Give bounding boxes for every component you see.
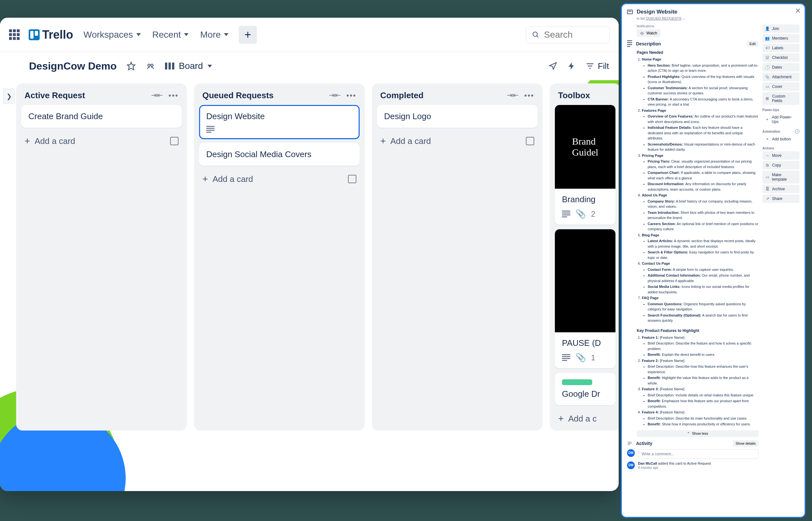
share-icon: ↗ bbox=[765, 197, 769, 201]
description-badge-icon bbox=[562, 354, 570, 361]
card[interactable]: Design Social Media Covers bbox=[199, 143, 359, 166]
archive-icon: 🗄 bbox=[765, 187, 769, 191]
card[interactable]: PAUSE (D 📎1 bbox=[555, 229, 615, 368]
create-button[interactable]: + bbox=[239, 26, 257, 44]
logo[interactable]: Trello bbox=[29, 28, 73, 42]
join-button[interactable]: 👤Join bbox=[762, 24, 799, 33]
watch-button[interactable]: Watch bbox=[637, 29, 661, 37]
nav-workspaces[interactable]: Workspaces bbox=[82, 27, 142, 43]
avatar[interactable]: DM bbox=[627, 449, 635, 457]
label-green bbox=[562, 379, 592, 385]
collapse-icon[interactable]: ⇥⇤ bbox=[151, 91, 163, 100]
list-title[interactable]: Active Request bbox=[24, 90, 85, 100]
move-button[interactable]: →Move bbox=[762, 151, 799, 160]
custom-fields-button[interactable]: ⊞Custom Fields bbox=[762, 92, 799, 105]
add-card-button[interactable]: +Add a c bbox=[555, 409, 615, 425]
board-title[interactable]: DesignCow Demo bbox=[29, 60, 117, 72]
template-icon[interactable] bbox=[170, 137, 178, 145]
template-icon[interactable] bbox=[348, 175, 356, 183]
sidebar-toggle[interactable]: ❯ bbox=[3, 89, 15, 104]
nav-recent[interactable]: Recent bbox=[151, 27, 190, 43]
checklist-button[interactable]: ☑Checklist bbox=[762, 53, 799, 62]
svg-point-4 bbox=[151, 64, 153, 66]
make-template-button[interactable]: ▭Make template bbox=[762, 171, 799, 184]
list-menu-icon[interactable]: ••• bbox=[346, 91, 356, 100]
search-input[interactable] bbox=[544, 30, 603, 40]
list-title[interactable]: Completed bbox=[380, 90, 423, 100]
share-button[interactable]: ↗Share bbox=[762, 195, 799, 203]
show-details-button[interactable]: Show details bbox=[733, 440, 759, 447]
members-icon: 👥 bbox=[765, 36, 769, 41]
collapse-icon[interactable]: ⇥⇤ bbox=[507, 91, 519, 100]
card-selected[interactable]: Design Website bbox=[199, 105, 359, 139]
card[interactable]: Design Logo bbox=[377, 105, 537, 128]
list-menu-icon[interactable]: ••• bbox=[169, 91, 178, 100]
dates-button[interactable]: 🕐Dates bbox=[762, 63, 799, 71]
comment-input[interactable]: Write a comment... bbox=[638, 449, 759, 459]
description-badge-icon bbox=[206, 126, 215, 133]
topbar: Trello Workspaces Recent More + bbox=[0, 18, 619, 52]
close-icon[interactable]: ✕ bbox=[795, 7, 801, 15]
info-icon[interactable]: i bbox=[795, 129, 799, 134]
svg-point-0 bbox=[533, 32, 537, 37]
visibility-icon[interactable] bbox=[146, 61, 155, 71]
trello-logo-icon bbox=[29, 29, 40, 40]
card-title: Google Dr bbox=[562, 389, 608, 399]
add-card-button[interactable]: +Add a card bbox=[377, 132, 537, 148]
eye-icon bbox=[640, 31, 644, 36]
chevron-down-icon bbox=[207, 65, 212, 68]
attachment-button[interactable]: 📎Attachment bbox=[762, 73, 799, 81]
edit-button[interactable]: Edit bbox=[747, 41, 759, 47]
star-icon[interactable] bbox=[126, 61, 136, 71]
notifications-label: Notifications bbox=[637, 24, 759, 28]
activity-timestamp: 4 minutes ago bbox=[638, 466, 711, 470]
list-title[interactable]: Queued Requests bbox=[202, 90, 273, 100]
add-card-button[interactable]: +Add a card bbox=[199, 170, 359, 186]
card[interactable]: Create Brand Guide bbox=[21, 105, 182, 128]
board-canvas: Active Request ⇥⇤••• Create Brand Guide … bbox=[0, 80, 619, 491]
copy-button[interactable]: ⧉Copy bbox=[762, 161, 799, 169]
app-window: ❯ Trello Workspaces Recent More + Design… bbox=[0, 18, 619, 491]
user-icon: 👤 bbox=[765, 26, 769, 31]
chevron-up-icon: ⌃ bbox=[687, 431, 690, 436]
cover-button[interactable]: ▭Cover bbox=[762, 83, 799, 91]
list-menu-icon[interactable]: ••• bbox=[524, 91, 534, 100]
list-active-request: Active Request ⇥⇤••• Create Brand Guide … bbox=[16, 84, 187, 431]
labels-button[interactable]: 🏷Labels bbox=[762, 44, 799, 52]
modal-title[interactable]: Design Website bbox=[637, 9, 677, 15]
add-button-button[interactable]: +Add button bbox=[762, 135, 799, 143]
modal-sidebar: 👤Join 👥Members 🏷Labels ☑Checklist 🕐Dates… bbox=[762, 24, 799, 470]
nav-more[interactable]: More bbox=[199, 27, 230, 43]
description-content[interactable]: Pages Needed Home Page Hero Section: Bri… bbox=[637, 50, 759, 427]
powerups-label: Power-Ups bbox=[762, 108, 799, 112]
add-card-button[interactable]: +Add a card bbox=[21, 132, 182, 148]
search-box[interactable] bbox=[526, 26, 610, 43]
plus-icon: + bbox=[765, 117, 769, 122]
avatar[interactable]: DM bbox=[627, 461, 635, 469]
plus-icon: + bbox=[202, 174, 208, 184]
filters-button[interactable]: Filt bbox=[586, 61, 609, 71]
collapse-icon[interactable]: ⇥⇤ bbox=[329, 91, 341, 100]
list-title[interactable]: Toolbox bbox=[558, 90, 590, 100]
list-link[interactable]: QUEUED REQUESTS bbox=[646, 17, 681, 20]
card[interactable]: Google Dr bbox=[555, 373, 615, 405]
activity-item: DM Dan McCall added this card to Active … bbox=[627, 461, 759, 470]
template-icon[interactable] bbox=[526, 137, 534, 145]
automation-icon[interactable] bbox=[567, 61, 576, 71]
app-switcher-icon[interactable] bbox=[9, 29, 20, 40]
svg-marker-2 bbox=[127, 62, 135, 70]
show-less-button[interactable]: ⌃Show less bbox=[637, 430, 759, 437]
card-title: Design Logo bbox=[384, 111, 530, 121]
members-button[interactable]: 👥Members bbox=[762, 34, 799, 43]
rocket-icon[interactable] bbox=[548, 61, 558, 71]
card-icon bbox=[627, 10, 633, 14]
card[interactable]: BrandGuidel Branding 📎2 bbox=[555, 105, 615, 225]
archive-button[interactable]: 🗄Archive bbox=[762, 185, 799, 193]
add-powerups-button[interactable]: +Add Power-Ups bbox=[762, 113, 799, 126]
plus-icon: + bbox=[558, 413, 564, 424]
automation-label: Automationi bbox=[762, 129, 799, 134]
list-toolbox: Toolbox BrandGuidel Branding 📎2 bbox=[550, 84, 619, 431]
chevron-down-icon bbox=[136, 33, 141, 36]
chevron-down-icon[interactable]: ⌄ bbox=[682, 17, 685, 20]
board-view-switcher[interactable]: Board bbox=[165, 61, 212, 71]
